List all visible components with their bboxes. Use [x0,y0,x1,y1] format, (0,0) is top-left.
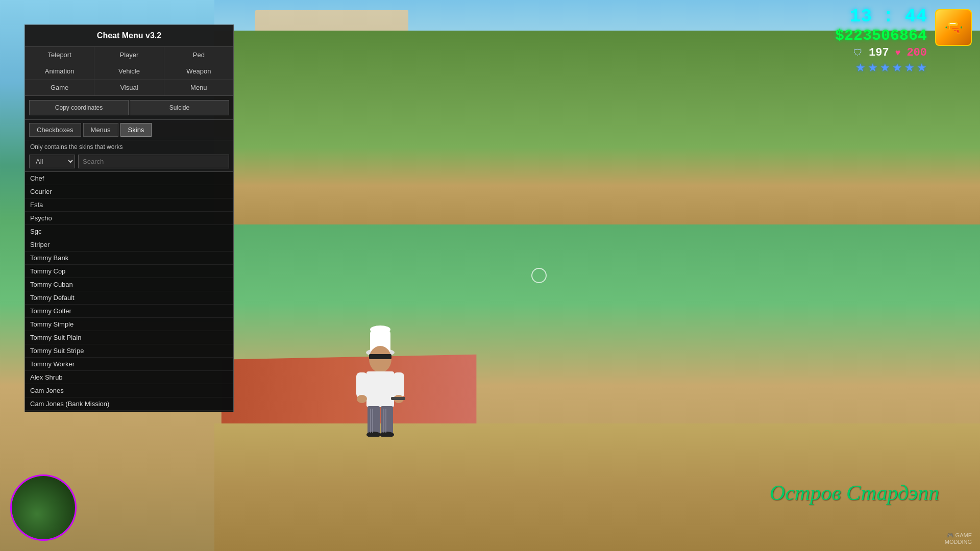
skin-item[interactable]: Fsfa [25,198,233,212]
nav-ped[interactable]: Ped [164,47,233,63]
svg-rect-7 [393,372,404,398]
armor-icon: 🛡 [853,47,863,58]
tab-skins[interactable]: Skins [120,123,152,137]
nav-grid: Teleport Player Ped Animation Vehicle We… [25,47,233,96]
weapon-box: 🔫 [935,9,972,46]
star-2: ★ [868,61,878,74]
skin-item[interactable]: Tommy Suit Stripe [25,344,233,358]
nav-visual[interactable]: Visual [94,80,163,95]
health-icon: ♥ [895,47,901,58]
skin-item[interactable]: Tommy Cuban [25,278,233,291]
filter-row: All [25,153,233,172]
skin-item[interactable]: Tommy Bank [25,252,233,265]
armor-value: 197 [869,46,889,59]
skin-item[interactable]: Cam Jones (Bank Mission) [25,397,233,411]
star-4: ★ [892,61,902,74]
skin-item[interactable]: Tommy Simple [25,318,233,331]
svg-rect-12 [381,406,393,434]
nav-menu[interactable]: Menu [164,80,233,95]
svg-rect-5 [366,371,394,407]
svg-rect-11 [368,406,380,434]
character [347,314,413,439]
wanted-stars: ★ ★ ★ ★ ★ ★ [835,61,927,74]
skin-item[interactable]: Psycho [25,212,233,225]
nav-animation[interactable]: Animation [25,63,94,79]
skin-item[interactable]: Cam Jones [25,384,233,397]
skin-item[interactable]: Courier [25,185,233,198]
skin-item[interactable]: Tommy Worker [25,358,233,371]
skin-item[interactable]: Tommy Cop [25,265,233,278]
filter-select[interactable]: All [29,155,75,168]
crosshair [531,268,547,283]
star-1: ★ [855,61,866,74]
money-display: $223506864 [835,27,927,44]
skin-item[interactable]: Sgc [25,225,233,238]
hud: 🔫 13 : 44 $223506864 🛡 197 ♥ 200 ★ ★ ★ ★… [827,0,980,81]
suicide-button[interactable]: Suicide [130,100,229,115]
svg-rect-4 [369,354,391,359]
search-input[interactable] [78,155,229,168]
nav-game[interactable]: Game [25,80,94,95]
menu-title: Cheat Menu v3.2 [25,25,233,47]
watermark: 🎮 GAMEMODDING [945,532,972,545]
svg-point-2 [370,325,390,334]
star-3: ★ [880,61,890,74]
minimap [10,474,77,541]
minimap-inner [12,476,75,539]
health-value: 200 [906,46,927,59]
nav-player[interactable]: Player [94,47,163,63]
svg-point-8 [357,395,367,403]
cheat-menu: Cheat Menu v3.2 Teleport Player Ped Anim… [24,24,234,412]
skin-item[interactable]: Striper [25,238,233,252]
tab-menus[interactable]: Menus [83,123,118,137]
svg-rect-10 [391,397,405,400]
ostrov-text: Остров Стардэпп [770,481,939,505]
nav-weapon[interactable]: Weapon [164,63,233,79]
tab-checkboxes[interactable]: Checkboxes [29,123,81,137]
action-row: Copy coordinates Suicide [25,96,233,120]
svg-rect-6 [356,372,368,398]
star-5: ★ [904,61,915,74]
skin-item[interactable]: Tommy Default [25,291,233,305]
tabs-row: Checkboxes Menus Skins [25,120,233,140]
star-6: ★ [917,61,927,74]
skins-info: Only contains the skins that works [25,140,233,153]
skin-item[interactable]: Alex Shrub [25,371,233,384]
copy-coordinates-button[interactable]: Copy coordinates [29,100,129,115]
nav-vehicle[interactable]: Vehicle [94,63,163,79]
skin-item[interactable]: Tommy Golfer [25,305,233,318]
skin-item[interactable]: Chef [25,172,233,185]
skin-item[interactable]: Tommy Suit Plain [25,331,233,344]
skins-list[interactable]: ChefCourierFsfaPsychoSgcStriperTommy Ban… [25,172,233,412]
time-display: 13 : 44 [835,6,927,27]
skin-item[interactable]: Candy Suxxx [25,411,233,412]
nav-teleport[interactable]: Teleport [25,47,94,63]
watermark-text: 🎮 GAMEMODDING [945,532,972,545]
stats-row: 🛡 197 ♥ 200 [835,46,927,59]
